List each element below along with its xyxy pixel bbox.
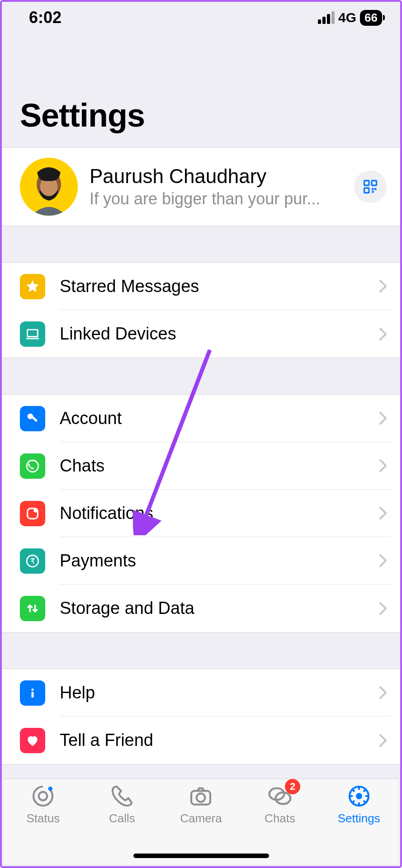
row-storage-data[interactable]: Storage and Data [2,585,400,632]
row-tell-a-friend[interactable]: Tell a Friend [2,717,400,764]
chevron-right-icon [375,328,391,340]
tab-label: Settings [338,811,380,826]
chevron-right-icon [375,602,391,615]
settings-tab-icon [346,783,372,809]
tab-bar: Status Calls Camera 2 Chats [4,778,398,864]
calls-tab-icon [109,783,135,809]
status-bar: 6:02 4G 66 [2,2,400,33]
row-label: Chats [60,456,375,476]
svg-point-12 [27,460,38,472]
tab-status[interactable]: Status [4,783,83,864]
status-time: 6:02 [29,8,61,27]
row-payments[interactable]: ₹ Payments [2,537,400,585]
svg-point-17 [32,689,34,691]
row-label: Tell a Friend [60,731,375,750]
profile-group: Paurush Chaudhary If you are bigger than… [2,147,400,226]
svg-rect-8 [372,191,374,193]
svg-rect-11 [32,416,38,422]
svg-rect-4 [372,181,377,186]
svg-rect-9 [28,330,38,337]
chevron-right-icon [375,507,391,519]
profile-status: If you are bigger than your pur... [90,188,342,208]
heart-icon [20,728,45,753]
tab-chats[interactable]: 2 Chats [241,783,320,864]
row-label: Account [60,409,375,428]
tab-label: Camera [180,811,222,826]
tab-label: Status [26,811,60,826]
tab-camera[interactable]: Camera [161,783,241,864]
arrows-icon [20,596,45,621]
row-account[interactable]: Account [2,395,400,442]
rupee-icon: ₹ [20,548,45,574]
settings-group-0: Starred Messages Linked Devices [2,262,400,358]
page-header: Settings [2,33,400,147]
tab-label: Chats [265,811,295,826]
qr-code-button[interactable] [354,170,387,203]
row-linked-devices[interactable]: Linked Devices [2,310,400,358]
info-icon [20,680,45,706]
qr-code-icon [362,179,378,195]
svg-rect-3 [364,181,369,186]
row-label: Storage and Data [60,599,375,618]
whatsapp-icon [20,453,45,479]
key-icon [20,406,45,431]
chevron-right-icon [375,459,391,472]
signal-icon [318,11,335,24]
notification-icon [20,501,45,526]
svg-point-28 [356,793,362,799]
laptop-icon [20,321,45,347]
tab-settings[interactable]: Settings [319,783,398,864]
settings-group-2: Help Tell a Friend [2,669,400,764]
svg-rect-18 [32,692,34,698]
svg-point-21 [39,792,47,801]
chevron-right-icon [375,554,391,567]
tab-label: Calls [109,811,135,826]
chevron-right-icon [375,734,391,747]
camera-tab-icon [188,783,213,809]
svg-rect-7 [374,188,377,190]
row-label: Starred Messages [60,277,375,296]
tab-calls[interactable]: Calls [83,783,162,864]
row-chats[interactable]: Chats [2,442,400,490]
chevron-right-icon [375,412,391,425]
svg-rect-5 [364,188,369,193]
settings-group-1: Account Chats Notifications ₹ Payments [2,394,400,632]
svg-point-14 [33,508,38,513]
profile-row[interactable]: Paurush Chaudhary If you are bigger than… [2,148,400,226]
status-right: 4G 66 [318,10,382,26]
svg-point-24 [197,793,205,802]
tab-badge: 2 [285,779,300,794]
star-icon [20,274,45,299]
svg-rect-6 [372,188,374,190]
row-label: Notifications [60,504,375,523]
svg-point-22 [48,787,52,791]
home-indicator [133,854,269,858]
row-starred-messages[interactable]: Starred Messages [2,263,400,310]
chevron-right-icon [375,280,391,292]
svg-text:₹: ₹ [30,557,35,565]
profile-name: Paurush Chaudhary [90,165,342,188]
chevron-right-icon [375,686,391,699]
status-tab-icon [30,783,56,809]
row-notifications[interactable]: Notifications [2,490,400,537]
row-label: Payments [60,551,375,571]
battery-indicator: 66 [360,10,382,26]
row-help[interactable]: Help [2,669,400,717]
network-type: 4G [338,10,356,25]
avatar [20,158,78,216]
row-label: Help [60,683,375,703]
page-title: Settings [20,97,400,134]
row-label: Linked Devices [60,324,375,344]
